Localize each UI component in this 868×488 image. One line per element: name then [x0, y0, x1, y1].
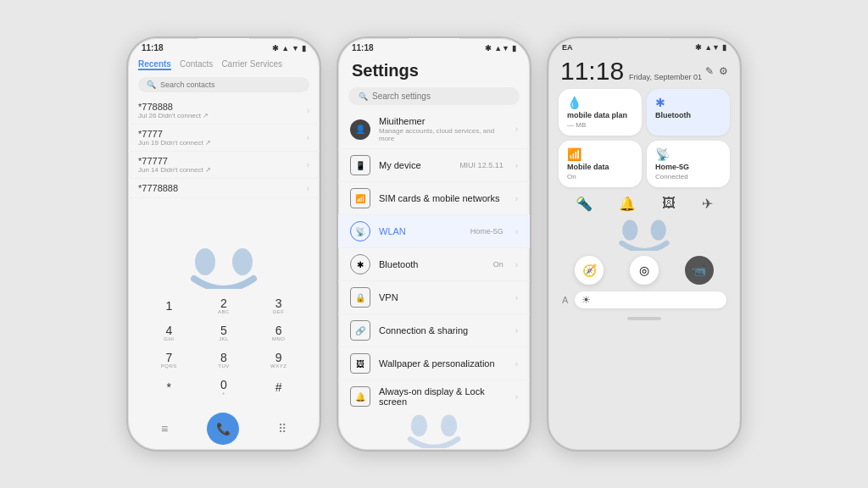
phone1-wrapper: 11:18 ✱ ▲ ▼ ▮ Recents Contacts Carrier S…	[126, 36, 321, 452]
qs-brightness-row: A ☀	[548, 288, 740, 312]
mobile-on-icon: 📶	[567, 147, 633, 161]
dialpad-icon[interactable]: ⠿	[278, 422, 287, 435]
search-input[interactable]	[160, 80, 301, 89]
flashlight-icon[interactable]: 🔦	[576, 196, 593, 212]
status-icons-1: ✱ ▲ ▼ ▮	[272, 44, 306, 53]
camera-btn[interactable]: 📹	[685, 256, 714, 285]
home-bar-3[interactable]	[627, 317, 661, 320]
call-date-2: Jun 19 Didn't connect ↗	[138, 139, 211, 147]
connection-label: Connection & sharing	[379, 325, 507, 336]
qs-header-actions: ✎ ⚙	[705, 65, 728, 77]
settings-item-wallpaper[interactable]: 🖼 Wallpaper & personalization ›	[338, 347, 530, 380]
aod-label: Always-on display & Lock screen	[379, 386, 507, 407]
call-item-3[interactable]: *77777 Jun 14 Didn't connect ↗ ›	[128, 152, 320, 179]
call-item-1[interactable]: *778888 Jul 26 Didn't connect ↗ ›	[128, 97, 320, 125]
call-item-2[interactable]: *7777 Jun 19 Didn't connect ↗ ›	[128, 125, 320, 152]
qs-clock: 11:18	[560, 57, 624, 86]
qs-tile-home5g[interactable]: 📡 Home-5G Connected	[647, 141, 730, 187]
device-label: My device	[379, 160, 451, 170]
tab-recents[interactable]: Recents	[138, 59, 171, 70]
wlan-icon: 📡	[350, 221, 370, 241]
edit-icon[interactable]: ✎	[705, 65, 714, 77]
dial-key-1[interactable]: 1	[151, 294, 186, 318]
smiley-decoration-1	[128, 247, 320, 289]
qs-tile-bluetooth[interactable]: ✱ Bluetooth	[647, 89, 730, 136]
home5g-sub: Connected	[655, 173, 721, 180]
tab-contacts[interactable]: Contacts	[180, 59, 213, 70]
smiley-svg-1	[181, 247, 266, 289]
dial-key-8[interactable]: 8TUV	[206, 348, 242, 372]
airplane-icon[interactable]: ✈	[702, 196, 713, 212]
call-item-4[interactable]: *7778888 ›	[128, 179, 320, 198]
mobiledata-sub: — MB	[567, 121, 633, 129]
dial-key-2[interactable]: 2ABC	[206, 294, 242, 318]
dial-key-hash[interactable]: #	[261, 375, 297, 399]
phone1-dialer: 11:18 ✱ ▲ ▼ ▮ Recents Contacts Carrier S…	[126, 36, 321, 452]
carrier-label: EA	[562, 43, 573, 52]
svg-point-1	[232, 248, 253, 275]
wallpaper-label: Wallpaper & personalization	[379, 358, 507, 369]
settings-icon[interactable]: ⚙	[719, 65, 728, 77]
settings-list: 👤 Miuithemer Manage accounts, cloud serv…	[338, 110, 530, 411]
smiley-svg-3	[610, 219, 678, 251]
status-icons-3: ✱ ▲▼ ▮	[695, 43, 726, 52]
qs-date: Friday, September 01	[629, 73, 702, 81]
dial-pad: 1 2ABC 3DEF 4GHI 5JKL 6MNO 7PQRS 8TUV 9W…	[128, 291, 320, 409]
dial-key-9[interactable]: 9WXYZ	[261, 348, 297, 372]
svg-point-0	[195, 248, 215, 275]
call-button[interactable]: 📞	[207, 413, 239, 445]
dial-key-5[interactable]: 5JKL	[206, 321, 242, 345]
device-icon: 📱	[350, 155, 370, 175]
settings-search-input[interactable]	[372, 92, 509, 101]
settings-item-vpn[interactable]: 🔒 VPN ›	[338, 281, 530, 314]
dial-bottom-bar: ≡ 📞 ⠿	[128, 409, 320, 450]
dial-key-4[interactable]: 4GHI	[151, 321, 186, 345]
notch2	[409, 38, 459, 50]
dial-key-7[interactable]: 7PQRS	[151, 348, 186, 372]
connection-icon: 🔗	[350, 320, 370, 341]
chevron-icon-4: ›	[307, 184, 309, 193]
call-date-1: Jul 26 Didn't connect ↗	[138, 112, 209, 119]
signal-3: ▲▼	[704, 43, 720, 52]
chevron-miuithemer: ›	[515, 125, 518, 134]
qs-time-row: 11:18 Friday, September 01 ✎ ⚙	[548, 57, 740, 86]
bluetooth-label: Bluetooth	[379, 259, 485, 269]
call-number-4: *7778888	[138, 183, 178, 193]
settings-item-wlan[interactable]: 📡 WLAN Home-5G ›	[338, 215, 530, 248]
bt-status-icon: ✱	[485, 44, 492, 53]
qs-tile-mobiledata[interactable]: 💧 mobile data plan — MB	[559, 89, 642, 136]
signal-icon: ▲	[281, 44, 289, 53]
screen-icon[interactable]: 🖼	[662, 196, 676, 212]
miuithemer-label: Miuithemer	[379, 116, 507, 126]
status-icons-2: ✱ ▲▼ ▮	[485, 44, 516, 53]
wlan-value: Home-5G	[470, 227, 504, 236]
wifi-icon-status: ▼	[292, 44, 299, 53]
qs-toggle-row: 🔦 🔔 🖼 ✈	[548, 191, 740, 217]
settings-item-miuithemer[interactable]: 👤 Miuithemer Manage accounts, cloud serv…	[338, 110, 530, 149]
menu-icon[interactable]: ≡	[161, 422, 168, 435]
settings-item-device[interactable]: 📱 My device MIUI 12.5.11 ›	[338, 149, 530, 182]
settings-item-aod[interactable]: 🔔 Always-on display & Lock screen ›	[338, 380, 530, 411]
scan-btn[interactable]: ◎	[630, 256, 659, 285]
mobile-on-label: Mobile data	[567, 163, 633, 171]
dial-key-6[interactable]: 6MNO	[261, 321, 297, 345]
status-time-1: 11:18	[142, 43, 164, 53]
chevron-device: ›	[515, 161, 518, 170]
location-btn[interactable]: 🧭	[575, 256, 604, 285]
settings-item-bluetooth[interactable]: ✱ Bluetooth On ›	[338, 248, 530, 281]
dial-key-star[interactable]: *	[151, 375, 186, 399]
settings-item-connection[interactable]: 🔗 Connection & sharing ›	[338, 314, 530, 347]
dial-key-3[interactable]: 3DEF	[261, 294, 297, 318]
battery-3: ▮	[722, 43, 726, 52]
qs-tile-mobile-on[interactable]: 📶 Mobile data On	[559, 141, 642, 187]
mobiledata-label: mobile data plan	[567, 111, 633, 119]
settings-main: Settings 🔍 👤 Miuithemer Manage accounts,…	[338, 54, 530, 450]
bluetooth-value: On	[493, 260, 504, 269]
dial-key-0[interactable]: 0+	[206, 375, 242, 399]
brightness-slider[interactable]: ☀	[575, 291, 726, 308]
settings-item-sim[interactable]: 📶 SIM cards & mobile networks ›	[338, 182, 530, 215]
tab-carrier[interactable]: Carrier Services	[221, 59, 282, 70]
qs-main: 11:18 Friday, September 01 ✎ ⚙ 💧 mobile …	[548, 53, 740, 450]
bell-icon[interactable]: 🔔	[619, 196, 636, 212]
smiley-decoration-2	[338, 413, 530, 448]
